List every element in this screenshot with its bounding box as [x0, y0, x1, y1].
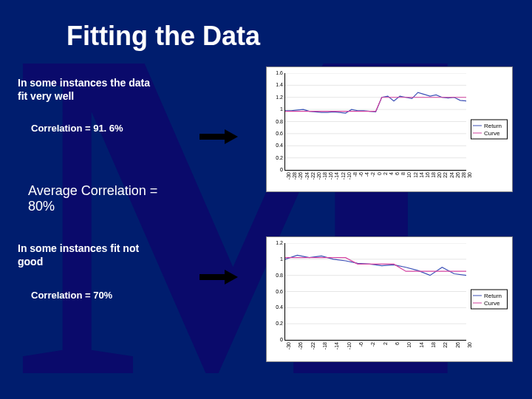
intro-text-2: In some instances fit not good	[18, 242, 180, 268]
legend-label-curve: Curve	[484, 130, 499, 137]
ytick: 0	[271, 167, 283, 172]
ytick: 1.4	[271, 82, 283, 87]
ytick: 0	[271, 337, 283, 342]
ytick: 1.2	[271, 95, 283, 100]
legend-swatch-return	[473, 125, 482, 126]
arrow-icon-1	[200, 129, 238, 144]
chart-2: Return Curve 00.20.40.60.811.2-30-26-22-…	[266, 236, 513, 362]
legend-swatch-curve-2	[473, 302, 482, 304]
ytick: 1.6	[271, 70, 283, 75]
chart-1-legend: Return Curve	[471, 120, 508, 140]
legend-swatch-curve	[473, 132, 482, 134]
arrow-icon-2	[200, 270, 238, 284]
legend-label-return: Return	[484, 123, 502, 129]
page-title: Fitting the Data	[66, 21, 260, 52]
legend-label-curve-2: Curve	[484, 300, 499, 307]
ytick: 0.8	[271, 119, 283, 124]
ytick: 0.6	[271, 131, 283, 136]
ytick: 0.6	[271, 289, 283, 294]
ytick: 0.4	[271, 304, 283, 310]
chart-1-plot	[284, 73, 466, 171]
ytick: 1.2	[271, 240, 283, 245]
ytick: 1	[271, 256, 283, 262]
correlation-2: Correlation = 70%	[31, 290, 112, 301]
xtick: 30	[467, 172, 483, 185]
legend-label-return-2: Return	[484, 293, 502, 299]
slide-content: Fitting the Data In some instances the d…	[0, 0, 532, 399]
ytick: 0.4	[271, 143, 283, 148]
average-correlation: Average Correlation = 80%	[28, 183, 157, 214]
ytick: 0.2	[271, 321, 283, 326]
chart-2-plot	[284, 243, 466, 341]
ytick: 0.8	[271, 273, 283, 278]
ytick: 0.2	[271, 155, 283, 160]
correlation-1: Correlation = 91. 6%	[31, 123, 123, 134]
intro-text-1: In some instances the data fit very well	[18, 77, 180, 103]
chart-2-legend: Return Curve	[471, 290, 508, 310]
xtick: 30	[467, 342, 483, 355]
legend-swatch-return-2	[473, 295, 482, 296]
ytick: 1	[271, 106, 283, 112]
chart-1: Return Curve 00.20.40.60.811.21.41.6-30-…	[266, 66, 513, 192]
